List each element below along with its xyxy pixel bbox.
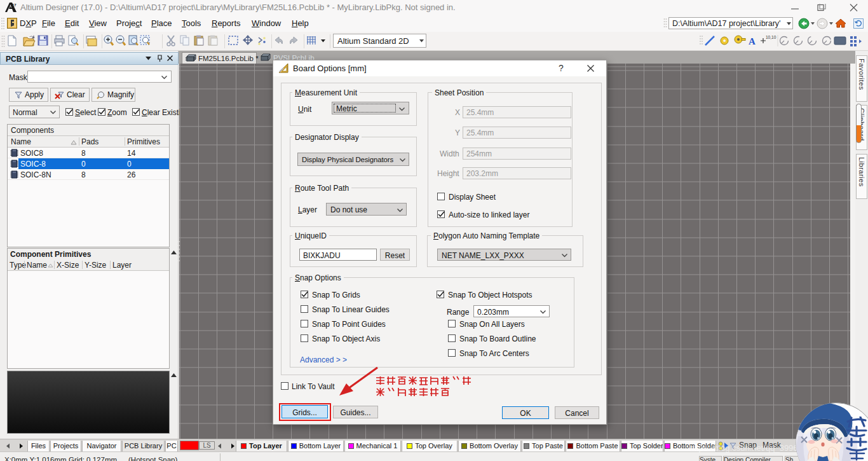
- svg-text:10,10: 10,10: [766, 35, 776, 39]
- svg-text:A: A: [749, 36, 756, 46]
- svg-text:17: 17: [12, 3, 17, 7]
